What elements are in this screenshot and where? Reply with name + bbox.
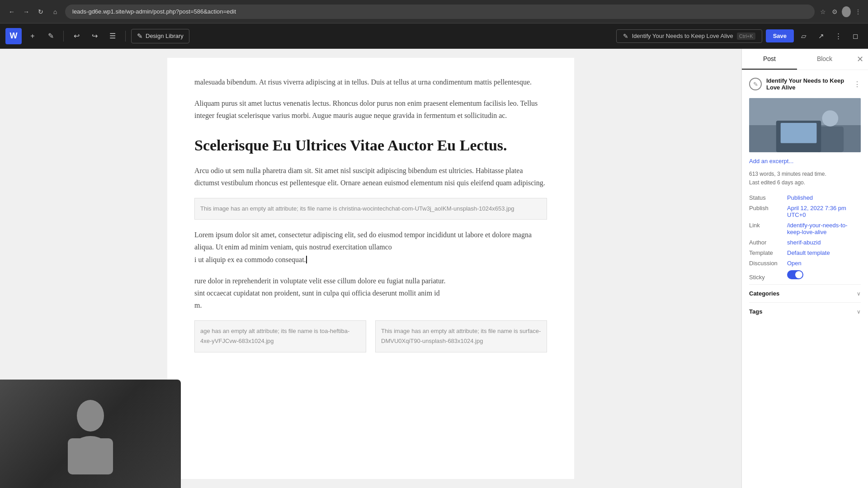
browser-actions: ☆ ⚙ ⋮: [818, 7, 863, 16]
image-placeholder-2: age has an empty alt attribute; its file…: [194, 320, 366, 352]
svg-point-0: [77, 400, 104, 432]
publish-value[interactable]: April 12, 2022 7:36 pm UTC+0: [787, 205, 861, 218]
sticky-toggle[interactable]: [787, 270, 803, 279]
sidebar-scroll-area[interactable]: ✎ Identify Your Needs to Keep Love Alive…: [742, 70, 868, 488]
meta-sticky: Sticky: [749, 270, 861, 281]
find-replace-label: Identify Your Needs to Keep Love Alive: [632, 33, 733, 39]
fullscreen-button[interactable]: ▱: [797, 29, 811, 43]
paragraph-5: rure dolor in reprehenderit in voluptate…: [194, 275, 547, 312]
image-grid: age has an empty alt attribute; its file…: [194, 320, 547, 361]
featured-image-inner: [749, 98, 861, 152]
sidebar-header: Post Block ✕: [742, 49, 868, 70]
extensions-icon[interactable]: ⚙: [830, 7, 839, 16]
undo-button[interactable]: ↩: [69, 29, 84, 43]
meta-author: Author sherif-abuzid: [749, 239, 861, 246]
image-placeholder-3: This image has an empty alt attribute; i…: [375, 320, 547, 352]
video-overlay: [0, 380, 181, 488]
post-meta: 613 words, 3 minutes read time. Last edi…: [749, 170, 861, 187]
video-person: [0, 380, 181, 488]
meta-discussion: Discussion Open: [749, 260, 861, 267]
link-label: Link: [749, 222, 785, 229]
featured-image-svg: [749, 98, 861, 152]
link-value[interactable]: /identify-your-needs-to-keep-love-alive: [787, 222, 861, 235]
post-more-button[interactable]: ⋮: [854, 80, 861, 89]
back-button[interactable]: ←: [5, 5, 18, 18]
find-replace-button[interactable]: ✎ Identify Your Needs to Keep Love Alive…: [616, 29, 762, 43]
featured-image: [749, 98, 861, 152]
meta-publish: Publish April 12, 2022 7:36 pm UTC+0: [749, 205, 861, 218]
right-sidebar: Post Block ✕ ✎ Identify Your Needs to Ke…: [741, 49, 868, 488]
status-label: Status: [749, 194, 785, 201]
forward-button[interactable]: →: [20, 5, 33, 18]
text-cursor: [306, 256, 309, 263]
refresh-button[interactable]: ↻: [34, 5, 47, 18]
meta-status: Status Published: [749, 194, 861, 201]
discussion-value[interactable]: Open: [787, 260, 802, 267]
template-value[interactable]: Default template: [787, 249, 830, 256]
sidebar-body: ✎ Identify Your Needs to Keep Love Alive…: [742, 70, 868, 328]
edit-button[interactable]: ✎: [43, 29, 58, 43]
template-label: Template: [749, 249, 785, 256]
main-area: malesuada bibendum. At risus viverra adi…: [0, 49, 868, 488]
post-icon: ✎: [749, 78, 762, 90]
wp-toolbar: W + ✎ ↩ ↪ ☰ ✎ Design Library ✎ Identify …: [0, 23, 868, 49]
address-bar[interactable]: [65, 5, 815, 19]
image-placeholder-1: This image has an empty alt attribute; i…: [194, 198, 547, 220]
meta-template: Template Default template: [749, 249, 861, 256]
menu-icon[interactable]: ⋮: [854, 7, 863, 16]
wp-logo[interactable]: W: [5, 28, 22, 44]
profile-avatar: [842, 6, 851, 17]
editor-content: malesuada bibendum. At risus viverra adi…: [167, 58, 574, 479]
tags-chevron: ∨: [857, 309, 861, 315]
nav-buttons: ← → ↻ ⌂: [5, 5, 61, 18]
discussion-label: Discussion: [749, 260, 785, 267]
tools-button[interactable]: ☰: [105, 29, 120, 43]
paragraph-1: malesuada bibendum. At risus viverra adi…: [194, 76, 547, 88]
tab-block[interactable]: Block: [797, 49, 852, 70]
categories-label: Categories: [749, 290, 779, 297]
status-value[interactable]: Published: [787, 194, 813, 201]
paragraph-3: Arcu odio ut sem nulla pharetra diam sit…: [194, 164, 547, 189]
add-block-button[interactable]: +: [25, 29, 40, 43]
meta-link: Link /identify-your-needs-to-keep-love-a…: [749, 222, 861, 235]
add-excerpt-link[interactable]: Add an excerpt...: [749, 158, 861, 164]
more-options-button[interactable]: ⋮: [831, 29, 845, 43]
svg-rect-2: [68, 438, 113, 474]
redo-button[interactable]: ↪: [87, 29, 102, 43]
close-sidebar-button[interactable]: ✕: [852, 50, 868, 69]
toolbar-divider-2: [125, 31, 126, 42]
categories-chevron: ∨: [857, 291, 861, 297]
save-button[interactable]: Save: [766, 29, 794, 42]
publish-label: Publish: [749, 205, 785, 211]
author-value[interactable]: sherif-abuzid: [787, 239, 821, 246]
heading-1[interactable]: Scelerisque Eu Ultrices Vitae Auctor Eu …: [194, 136, 547, 155]
home-button[interactable]: ⌂: [49, 5, 61, 18]
sticky-label: Sticky: [749, 274, 785, 281]
profile-icon[interactable]: [842, 7, 851, 16]
author-label: Author: [749, 239, 785, 246]
design-library-button[interactable]: ✎ Design Library: [131, 29, 189, 43]
browser-chrome: ← → ↻ ⌂ ☆ ⚙ ⋮: [0, 0, 868, 23]
svg-rect-8: [781, 123, 817, 143]
tags-section-header[interactable]: Tags ∨: [749, 302, 861, 320]
paragraph-2: Aliquam purus sit amet luctus venenatis …: [194, 97, 547, 122]
toolbar-divider-1: [63, 31, 64, 42]
svg-point-5: [822, 110, 838, 127]
find-replace-shortcut: Ctrl+K: [737, 33, 755, 40]
bookmark-icon[interactable]: ☆: [818, 7, 827, 16]
post-title: Identify Your Needs to Keep Love Alive: [766, 77, 849, 91]
categories-section-header[interactable]: Categories ∨: [749, 284, 861, 302]
tags-label: Tags: [749, 308, 762, 315]
find-replace-icon: ✎: [623, 33, 628, 40]
post-summary: ✎ Identify Your Needs to Keep Love Alive…: [749, 77, 861, 91]
tab-post[interactable]: Post: [742, 49, 797, 70]
design-library-icon: ✎: [137, 32, 143, 40]
design-library-label: Design Library: [146, 33, 184, 39]
external-link-button[interactable]: ↗: [814, 29, 828, 43]
person-svg: [63, 393, 118, 474]
layout-toggle-button[interactable]: ◻: [848, 29, 863, 43]
paragraph-4: Lorem ipsum dolor sit amet, consectetur …: [194, 229, 547, 266]
toolbar-right: Save ▱ ↗ ⋮ ◻: [766, 29, 863, 43]
